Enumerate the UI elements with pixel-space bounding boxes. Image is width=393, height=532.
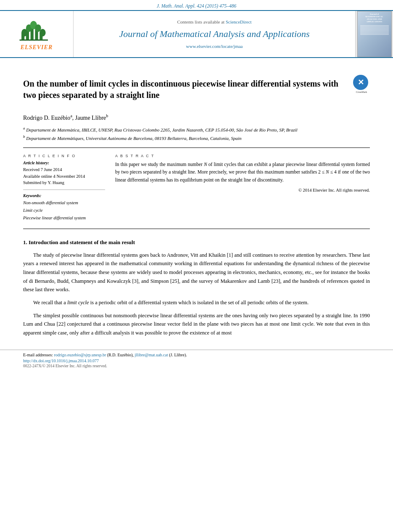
- section-1-para-1: The study of piecewise linear differenti…: [23, 251, 370, 294]
- abstract-section: A B S T R A C T In this paper we study t…: [115, 154, 370, 222]
- contents-line: Contents lists available at ScienceDirec…: [177, 19, 251, 24]
- email-label: E-mail addresses:: [23, 353, 53, 357]
- info-divider: [23, 190, 105, 190]
- author-name-1: (R.D. Euzébio),: [107, 353, 134, 357]
- abstract-text: In this paper we study the maximum numbe…: [115, 161, 370, 184]
- keyword-2: Limit cycle: [23, 207, 105, 214]
- content-divider: [23, 229, 370, 229]
- article-content: On the number of limit cycles in discont…: [0, 58, 393, 350]
- affiliations: a Departament de Matemàtica, IBILCE, UNE…: [23, 126, 370, 142]
- journal-name: Journal of Mathematical Analysis and App…: [119, 29, 309, 40]
- doi-link[interactable]: http://dx.doi.org/10.1016/j.jmaa.2014.10…: [23, 358, 370, 363]
- authors: Rodrigo D. Euzébioa, Jaume Llibreb: [23, 113, 370, 121]
- svg-rect-10: [20, 40, 48, 41]
- footer-emails: E-mail addresses: rodrigo.euzebio@sjrp.u…: [23, 353, 370, 357]
- elsevier-logo-section: ELSEVIER: [0, 11, 74, 57]
- issn-text: 0022-247X/© 2014 Elsevier Inc. All right…: [23, 364, 370, 368]
- affil-b: b Departament de Matemàtiques, Universit…: [23, 134, 370, 142]
- sciencedirect-link[interactable]: ScienceDirect: [226, 19, 252, 24]
- submitted-text: Submitted by Y. Huang: [23, 179, 105, 186]
- cover-image: Journal ofMATHEMATICALANALYSIS ANDAPPLIC…: [357, 11, 392, 57]
- section-1-para-3: The simplest possible continuous but non…: [23, 311, 370, 337]
- keyword-3: Piecewise linear differential system: [23, 214, 105, 222]
- abstract-label: A B S T R A C T: [115, 154, 370, 158]
- cover-image-section: Journal ofMATHEMATICALANALYSIS ANDAPPLIC…: [355, 11, 393, 57]
- info-abstract-columns: A R T I C L E I N F O Article history: R…: [23, 154, 370, 222]
- affil-a: a Departament de Matemàtica, IBILCE, UNE…: [23, 126, 370, 133]
- section-1-title: 1. Introduction and statement of the mai…: [23, 239, 370, 246]
- section-1-para-2: We recall that a limit cycle is a period…: [23, 298, 370, 307]
- journal-header: ELSEVIER Contents lists available at Sci…: [0, 10, 393, 58]
- elsevier-tree-logo: [18, 17, 55, 42]
- copyright-text: © 2014 Elsevier Inc. All rights reserved…: [115, 188, 370, 192]
- keywords-list: Non-smooth differential system Limit cyc…: [23, 199, 105, 222]
- journal-citation: J. Math. Anal. Appl. 424 (2015) 475–486: [0, 0, 393, 10]
- available-text: Available online 4 November 2014: [23, 173, 105, 180]
- article-info: A R T I C L E I N F O Article history: R…: [23, 154, 105, 222]
- history-label: Article history:: [23, 161, 105, 165]
- journal-url[interactable]: www.elsevier.com/locate/jmaa: [186, 44, 243, 49]
- email-1-link[interactable]: rodrigo.euzebio@sjrp.unesp.br: [54, 353, 106, 357]
- svg-point-9: [40, 29, 45, 37]
- page: J. Math. Anal. Appl. 424 (2015) 475–486: [0, 0, 393, 532]
- email-2-link[interactable]: jllibre@mat.uab.cat: [135, 353, 168, 357]
- section-divider: [23, 147, 370, 148]
- article-title: On the number of limit cycles in discont…: [23, 78, 349, 101]
- crossmark-badge[interactable]: ✕ CrossMark: [353, 75, 370, 92]
- keywords-label: Keywords:: [23, 193, 105, 198]
- keyword-1: Non-smooth differential system: [23, 199, 105, 207]
- article-info-label: A R T I C L E I N F O: [23, 154, 105, 158]
- footer: E-mail addresses: rodrigo.euzebio@sjrp.u…: [0, 350, 393, 371]
- journal-title-section: Contents lists available at ScienceDirec…: [74, 11, 355, 57]
- journal-ref: J. Math. Anal. Appl. 424 (2015) 475–486: [157, 3, 236, 8]
- elsevier-label: ELSEVIER: [21, 44, 53, 51]
- received-text: Received 7 June 2014: [23, 166, 105, 173]
- author-name-2: (J. Llibre).: [169, 353, 187, 357]
